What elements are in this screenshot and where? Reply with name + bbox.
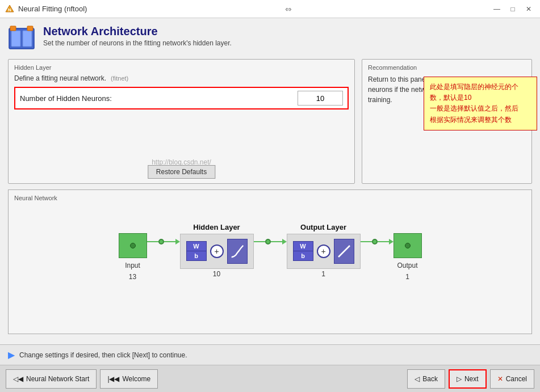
output-layer-block: Output Layer W b + 1 [287, 223, 361, 278]
fitnet-label: (fitnet) [111, 75, 128, 82]
neural-network-section: Neural Network Input 13 Hidden Layer [8, 189, 532, 334]
output-block: Output 1 [394, 220, 422, 281]
maximize-button[interactable]: □ [506, 3, 520, 15]
svg-text:N: N [8, 7, 11, 12]
svg-line-8 [338, 246, 350, 257]
svg-rect-3 [11, 31, 20, 47]
recommendation-panel: Recommendation Return to this panel and … [362, 59, 532, 184]
welcome-icon: |◀◀ [107, 375, 119, 383]
arrow-1 [147, 239, 180, 245]
window-title: Neural Fitting (nftool) [18, 5, 87, 13]
close-button[interactable]: ✕ [522, 3, 535, 15]
tooltip-box: 此处是填写隐层的神经元的个 数，默认是10 一般是选择默认值之后，然后 根据实际… [424, 77, 537, 130]
title-bar: N Neural Fitting (nftool) ⇔ — □ ✕ [0, 0, 540, 18]
svg-rect-6 [27, 26, 33, 31]
nn-start-button[interactable]: ◁◀ Neural Network Start [6, 369, 97, 389]
define-label: Define a fitting neural network. [14, 74, 106, 82]
page-subtitle: Set the number of neurons in the fitting… [43, 39, 232, 47]
neural-network-title: Neural Network [14, 195, 526, 201]
bottom-buttons: ◁◀ Neural Network Start |◀◀ Welcome ◁ Ba… [0, 365, 540, 392]
cancel-button[interactable]: ✕ Cancel [490, 369, 534, 389]
tooltip-line4: 根据实际情况来调整其个数 [430, 116, 512, 124]
hidden-wb-box: W b [186, 241, 207, 261]
input-count: 13 [129, 273, 136, 281]
back-button[interactable]: ◁ Back [407, 369, 445, 389]
hidden-w-label: W [187, 242, 206, 251]
tooltip-line3: 一般是选择默认值之后，然后 [430, 104, 518, 112]
neuron-label: Number of Hidden Neurons: [20, 94, 298, 103]
output-plus: + [317, 245, 330, 258]
input-block: Input 13 [119, 220, 147, 281]
nn-start-icon: ◁◀ [13, 375, 23, 383]
hidden-b-label: b [187, 251, 206, 260]
svg-rect-5 [10, 26, 16, 31]
recommendation-title: Recommendation [368, 64, 526, 71]
tooltip-line2: 数，默认是10 [430, 94, 471, 102]
nn-start-label: Neural Network Start [26, 375, 89, 383]
resize-icon: ⇔ [285, 5, 292, 14]
output-wb-box: W b [293, 241, 313, 261]
next-label: Next [464, 375, 479, 383]
input-label: Input [125, 262, 140, 269]
app-icon: N [5, 4, 15, 14]
back-icon: ◁ [415, 375, 420, 383]
input-dot [130, 243, 136, 248]
output-box [394, 233, 422, 258]
output-activation [334, 239, 354, 264]
next-icon: ▷ [457, 375, 462, 383]
arrow-3 [361, 239, 394, 245]
minimize-button[interactable]: — [490, 3, 504, 15]
arrow-2 [254, 239, 287, 245]
next-button[interactable]: ▷ Next [449, 369, 487, 389]
cancel-icon: ✕ [497, 375, 503, 383]
hidden-layer-block: Hidden Layer W b + 10 [180, 223, 254, 278]
hidden-plus: + [210, 245, 224, 258]
output-label: Output [397, 262, 417, 269]
tooltip-line1: 此处是填写隐层的神经元的个 [430, 83, 518, 91]
output-b-label: b [294, 251, 313, 260]
output-layer-label: Output Layer [300, 223, 346, 231]
footer-text: Change settings if desired, then click [… [19, 351, 187, 359]
output-val: 1 [405, 273, 409, 281]
hidden-layer-label: Hidden Layer [193, 223, 240, 231]
output-w-label: W [294, 242, 313, 251]
linear-icon [336, 243, 353, 260]
hidden-layer-panel: Hidden Layer Define a fitting neural net… [8, 59, 355, 184]
sigmoid-icon [229, 243, 245, 259]
hidden-count: 10 [213, 270, 220, 278]
welcome-label: Welcome [123, 375, 151, 383]
header-icon [8, 25, 35, 52]
page-title: Network Architecture [43, 25, 232, 38]
output-count: 1 [321, 270, 325, 278]
svg-rect-4 [23, 31, 32, 47]
hidden-activation [227, 239, 248, 264]
info-icon: ▶ [8, 349, 15, 360]
footer-bar: ▶ Change settings if desired, then click… [0, 344, 540, 365]
nn-diagram: Input 13 Hidden Layer W b + [14, 205, 526, 296]
restore-defaults-button[interactable]: Restore Defaults [148, 165, 215, 179]
neuron-row: Number of Hidden Neurons: [14, 87, 349, 109]
back-label: Back [422, 375, 438, 383]
input-box [119, 233, 147, 258]
hidden-layer-title: Hidden Layer [14, 64, 349, 71]
neuron-input[interactable] [298, 91, 343, 106]
welcome-button[interactable]: |◀◀ Welcome [100, 369, 158, 389]
cancel-label: Cancel [506, 375, 527, 383]
output-dot [405, 243, 411, 248]
